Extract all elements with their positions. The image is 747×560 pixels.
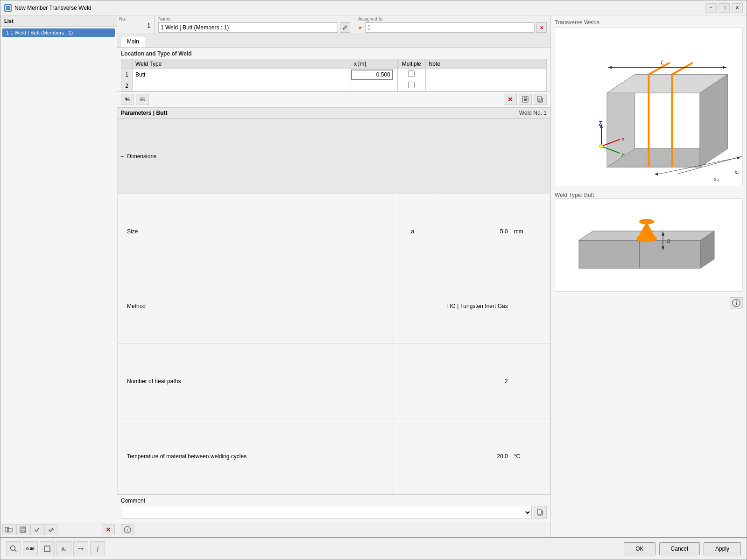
check-btn[interactable] [30,524,43,535]
dimensions-section-row: − Dimensions [118,119,550,194]
param-row-heat-paths: Number of heat paths 2 [118,344,550,419]
restore-button[interactable]: □ [719,3,730,13]
size-label: Size [118,194,393,269]
weld-toolbar-right: ✕ [504,94,547,105]
svg-line-32 [649,63,670,75]
row2-note [425,80,546,91]
bottom-right-btns: OK Cancel Apply [624,542,741,555]
comment-label: Comment [121,497,547,504]
assigned-remove-btn[interactable]: ✕ [536,22,547,33]
center-info-btn[interactable]: i [121,524,134,535]
assigned-block-row: ➤ ✕ [358,22,547,33]
svg-rect-15 [524,100,527,101]
svg-text:x₁: x₁ [713,176,719,182]
assigned-input[interactable] [365,22,535,33]
list-item[interactable]: 1 1 Weld | Butt (Members : 1) [2,28,115,37]
param-row-size: Size a 5.0 mm [118,194,550,269]
left-panel: List 1 1 Weld | Butt (Members : 1) [0,15,117,537]
size-value: 5.0 [432,194,511,269]
svg-text:x: x [621,136,625,141]
minimize-button[interactable]: − [705,3,717,13]
list-content: 1 1 Weld | Butt (Members : 1) [0,27,117,522]
table-row: 2 [121,80,547,91]
svg-marker-76 [82,547,84,550]
weld-toolbar: % ✕ [117,91,550,107]
fx-btn[interactable]: ƒ [90,541,105,556]
window-icon [4,4,12,12]
name-edit-btn[interactable] [340,22,350,33]
table-delete-btn[interactable]: ✕ [504,94,517,105]
param-row-temp: Temperature of material between welding … [118,419,550,494]
svg-point-62 [639,219,654,224]
close-button[interactable]: ✕ [732,3,743,13]
row2-num: 2 [121,80,133,91]
svg-text:a: a [667,237,670,244]
svg-rect-5 [21,527,25,529]
svg-text:Z: Z [599,120,602,127]
text-btn[interactable]: A+ [56,541,71,556]
bottom-left-tools: 0.00 A+ ƒ [6,541,105,556]
table-row: 1 Butt [121,69,547,80]
size-unit: mm [511,194,550,269]
zero-btn[interactable]: 0.00 [23,541,38,556]
name-label: Name [158,16,350,21]
apply-button[interactable]: Apply [704,542,741,555]
cancel-button[interactable]: Cancel [659,542,700,555]
table-add-btn[interactable] [519,94,532,105]
assigned-label: Assigned to [358,16,547,21]
table-copy-btn[interactable] [534,94,547,105]
row1-note [425,69,546,80]
row1-x-input[interactable] [351,70,393,80]
right-panel: Transverse Welds [550,15,747,537]
left-delete-btn[interactable]: ✕ [102,524,115,535]
param-row-method: Method TIG | Tungsten Inert Gas [118,269,550,344]
name-input[interactable] [158,22,338,33]
params-header: Parameters | Butt Weld No. 1 [117,108,550,119]
heat-paths-label: Number of heat paths [118,344,393,419]
svg-line-30 [672,63,693,75]
tab-main[interactable]: Main [121,36,145,47]
row1-x-cell [351,69,397,80]
comment-dropdown[interactable] [121,506,532,519]
tab-main-label: Main [127,38,139,45]
svg-marker-36 [608,66,612,69]
dimensions-label: Dimensions [127,153,156,160]
weld-table: Weld Type x [m] Multiple Note 1 Butt [121,59,547,91]
header-sections: No. 1 Name Assigned to ➤ [117,15,550,34]
check2-btn[interactable] [44,524,57,535]
assigned-block: Assigned to ➤ ✕ [354,15,550,34]
arrow-btn[interactable] [73,541,88,556]
no-value: 1 [119,21,152,29]
search-btn[interactable] [6,541,21,556]
sort-btn[interactable] [136,94,149,105]
title-bar: New Member Transverse Weld − □ ✕ [0,0,747,15]
comment-copy-btn[interactable] [534,506,547,519]
percent-btn[interactable]: % [121,94,134,105]
ok-button[interactable]: OK [624,542,655,555]
svg-marker-54 [579,240,640,268]
row2-multiple-checkbox[interactable] [408,82,415,88]
method-unit [511,269,550,344]
row1-multiple-checkbox[interactable] [408,70,415,77]
collapse-btn[interactable]: − [120,153,124,160]
box-btn[interactable] [40,541,55,556]
comment-section: Comment [117,494,550,522]
save-btn[interactable] [16,524,29,535]
svg-text:i: i [127,527,128,532]
row1-multiple-cell [397,69,425,80]
no-block: No. 1 [117,15,155,34]
params-title: Parameters | Butt [121,110,167,116]
open-folder-btn[interactable] [2,524,15,535]
heat-paths-param [393,344,432,419]
row2-x-cell [351,80,397,91]
col-weld-type-header: Weld Type [133,59,351,69]
col-note-header: Note [425,59,546,69]
col-multiple-header: Multiple [397,59,425,69]
svg-rect-6 [21,530,24,532]
no-label: No. [119,16,152,21]
info-btn[interactable] [730,297,743,308]
butt-diagram-svg: a [570,203,728,287]
params-table: − Dimensions Size a 5.0 mm [117,119,550,494]
svg-rect-22 [537,510,542,514]
weld-type-section: Weld Type: Butt [555,190,743,292]
